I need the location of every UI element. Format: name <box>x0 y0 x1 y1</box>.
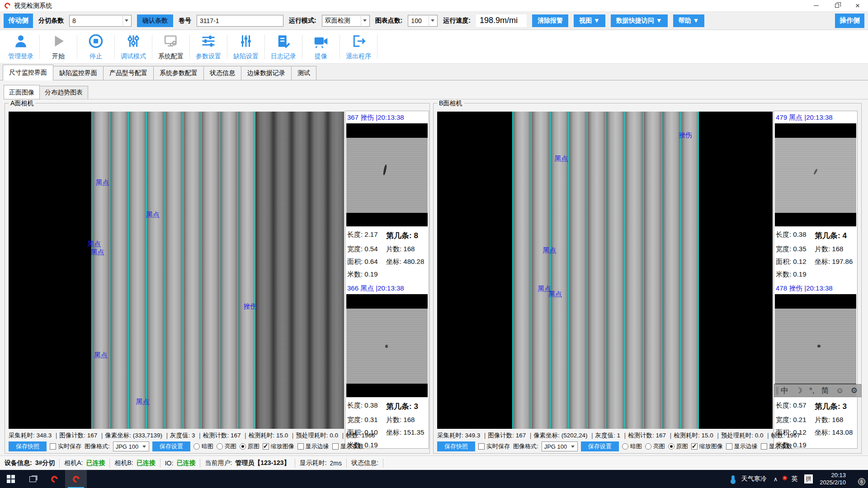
defect-card-info: 长度: 0.38 第几条: 4 宽度: 0.35 片数: 168 面积: 0.1… <box>775 226 856 279</box>
save-snapshot-button[interactable]: 保存快照 <box>437 441 475 451</box>
bright-image-radio[interactable]: 亮图 <box>217 442 236 450</box>
toolbar-divider <box>39 35 40 59</box>
ime-simplified-icon[interactable]: 简 <box>821 385 829 396</box>
tab-产品型号配置[interactable]: 产品型号配置 <box>103 66 154 80</box>
show-strips-checkbox[interactable]: 显示条数 <box>761 442 793 450</box>
image-format-select[interactable]: JPG 100 <box>113 441 149 451</box>
ime-punctuation-icon[interactable]: °, <box>809 386 815 395</box>
drive-side-button[interactable]: 传动侧 <box>4 14 33 28</box>
tab-缺陷监控界面[interactable]: 缺陷监控界面 <box>53 66 104 80</box>
dark-image-radio[interactable]: 暗图 <box>193 442 213 450</box>
view-menu-button[interactable]: 视图 ▼ <box>574 14 605 27</box>
defect-thumbnail[interactable] <box>346 294 428 397</box>
tab-系统参数配置[interactable]: 系统参数配置 <box>153 66 204 80</box>
language-indicator[interactable]: 英 <box>791 475 797 483</box>
tab-测试[interactable]: 测试 <box>291 66 316 80</box>
ime-drag-handle-icon[interactable] <box>776 387 778 394</box>
camera-tool-button[interactable]: 提像 <box>304 33 338 61</box>
save-snapshot-button[interactable]: 保存快照 <box>9 441 47 451</box>
zoom-image-checkbox[interactable]: 缩放图像 <box>691 442 723 450</box>
ime-chinese-mode[interactable]: 中 <box>781 385 788 396</box>
camera-a-image[interactable]: 黑点黑点黑点黑点挫伤黑点黑点 <box>9 112 344 429</box>
notification-center-button[interactable]: 6 <box>853 474 863 483</box>
notification-badge: 6 <box>858 478 865 485</box>
log-tool-button[interactable]: 日志记录 <box>266 33 301 61</box>
defect-thumbnail[interactable] <box>346 123 428 226</box>
defect-thumbnail[interactable] <box>775 294 856 397</box>
clear-alarm-button[interactable]: 清除报警 <box>532 14 568 27</box>
toolbar-divider <box>302 35 302 59</box>
chart-points-select[interactable]: 100 <box>408 15 438 27</box>
bright-image-radio[interactable]: 亮图 <box>645 442 665 450</box>
toolbar-divider <box>114 35 115 59</box>
tool-label: 参数设置 <box>196 52 221 61</box>
io-status: 已连接 <box>176 459 195 467</box>
tab-边缘数据记录[interactable]: 边缘数据记录 <box>241 66 292 80</box>
image-format-select[interactable]: JPG 100 <box>542 441 578 451</box>
defect-annotation: 黑点 <box>87 240 101 249</box>
subtab-分布趋势图表[interactable]: 分布趋势图表 <box>39 86 88 99</box>
weather-text[interactable]: 天气寒冷 <box>741 475 767 483</box>
original-image-radio[interactable]: 原图 <box>240 442 259 450</box>
show-edge-checkbox[interactable]: 显示边缘 <box>297 442 329 450</box>
task-view-button[interactable] <box>22 470 43 488</box>
tray-expand-chevron[interactable]: ∧ <box>774 476 778 483</box>
ime-emoji-icon[interactable]: ☺ <box>836 386 844 395</box>
show-edge-checkbox[interactable]: 显示边缘 <box>726 442 758 450</box>
monitor-gear-tool-button[interactable]: 系统配置 <box>154 33 188 61</box>
defect-thumbnail[interactable] <box>775 123 856 226</box>
ime-mode-indicator[interactable]: 拼 <box>804 474 813 483</box>
slit-count-select[interactable]: 8 <box>69 15 132 27</box>
ime-items: 中☽°,简☺⚙ <box>781 385 858 396</box>
zoom-image-checkbox[interactable]: 缩放图像 <box>263 442 294 450</box>
debug-sliders-tool-button[interactable]: 调试模式 <box>116 33 151 61</box>
radio-icon <box>240 443 246 450</box>
minimize-button[interactable] <box>806 0 826 11</box>
show-strips-checkbox[interactable]: 显示条数 <box>332 442 364 450</box>
ime-fullhalf-moon-icon[interactable]: ☽ <box>795 386 802 395</box>
checkbox-icon <box>263 443 269 450</box>
defect-card-header[interactable]: 479 黑点 |20:13:38 <box>775 113 856 123</box>
data-quick-access-menu-button[interactable]: 数据快捷访问 ▼ <box>611 14 668 27</box>
defect-card-header[interactable]: 367 挫伤 |20:13:38 <box>346 113 428 123</box>
realtime-save-checkbox[interactable]: 实时保存 <box>478 442 510 450</box>
exit-tool-button[interactable]: 退出程序 <box>341 33 376 61</box>
ime-settings-gear-icon[interactable]: ⚙ <box>851 386 858 395</box>
dark-image-radio[interactable]: 暗图 <box>622 442 642 450</box>
start-button[interactable] <box>0 470 22 488</box>
defect-sliders-tool-button[interactable]: 缺陷设置 <box>229 33 263 61</box>
subtab-正面图像[interactable]: 正面图像 <box>4 85 40 99</box>
weather-thermometer-icon[interactable] <box>731 475 735 483</box>
camera-b-image[interactable]: 挫伤黑点黑点黑点黑点 <box>437 112 773 429</box>
tab-状态信息[interactable]: 状态信息 <box>203 66 241 80</box>
realtime-save-checkbox[interactable]: 实时保存 <box>50 442 81 450</box>
param-sliders-tool-button[interactable]: 参数设置 <box>191 33 226 61</box>
restore-button[interactable] <box>826 0 847 11</box>
defect-annotation: 黑点 <box>91 248 104 256</box>
operate-side-button[interactable]: 操作侧 <box>835 14 864 28</box>
defect-card-header[interactable]: 478 挫伤 |20:13:38 <box>775 283 856 294</box>
stop-tool-button[interactable]: 停止 <box>79 33 113 61</box>
confirm-count-button[interactable]: 确认条数 <box>137 14 173 27</box>
play-tool-button[interactable]: 开始 <box>41 33 75 61</box>
taskbar-active-app-button[interactable] <box>65 470 87 488</box>
user-tool-button[interactable]: 管理登录 <box>4 33 38 61</box>
help-menu-button[interactable]: 帮助 ▼ <box>673 14 705 27</box>
run-mode-select[interactable]: 双面检测 <box>322 15 370 27</box>
save-settings-button[interactable]: 保存设置 <box>152 441 190 451</box>
checkbox-icon <box>297 443 304 450</box>
radio-icon <box>645 443 651 450</box>
roll-number-input[interactable]: 3117-1 <box>197 15 283 27</box>
defect-card-header[interactable]: 366 黑点 |20:13:38 <box>346 283 428 294</box>
thumbnail-material-region <box>775 138 856 213</box>
close-button[interactable]: × <box>847 0 868 11</box>
save-settings-button[interactable]: 保存设置 <box>581 441 619 451</box>
clock[interactable]: 20:13 2025/2/10 <box>820 472 846 486</box>
tab-尺寸监控界面[interactable]: 尺寸监控界面 <box>3 65 53 80</box>
camera-a-controls: 保存快照 实时保存 图像格式: JPG 100 保存设置 暗图 亮图 原图 缩放… <box>9 441 364 452</box>
original-image-radio[interactable]: 原图 <box>668 442 688 450</box>
defect-annotation: 黑点 <box>555 154 568 163</box>
mute-badge-icon: × <box>783 476 787 480</box>
taskbar-app-button[interactable] <box>43 470 65 488</box>
ime-floating-bar[interactable]: 中☽°,简☺⚙ <box>774 384 862 397</box>
